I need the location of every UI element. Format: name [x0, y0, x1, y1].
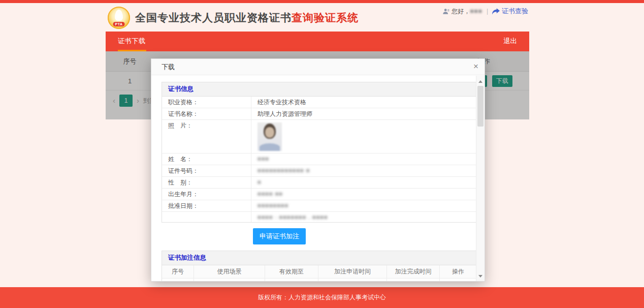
- close-icon[interactable]: ×: [473, 59, 478, 74]
- field-value: ■■■: [251, 153, 476, 165]
- cert-verify-link[interactable]: 证书查验: [492, 7, 528, 16]
- scroll-up-icon[interactable]: [476, 77, 485, 85]
- modal-title: 下载: [162, 63, 175, 71]
- cert-row-region: ■■■■：■■■■■■■，■■■■: [162, 211, 476, 222]
- field-value: 助理人力资源管理师: [251, 108, 476, 119]
- modal-body: 证书信息 职业资格： 经济专业技术资格 证书名称： 助理人力资源管理师 照 片：: [151, 76, 476, 281]
- masked-value: ■■■■■■■■■■■■ ■: [257, 167, 310, 173]
- anno-complete-time: [387, 279, 439, 281]
- cert-row-name: 姓 名： ■■■: [162, 153, 476, 165]
- photo-shoulders-shape: [260, 143, 280, 151]
- user-icon: [442, 8, 449, 15]
- cert-row-id-number: 证件号码： ■■■■■■■■■■■■ ■: [162, 165, 476, 176]
- field-value: ■■■■■■■■: [251, 200, 476, 211]
- annotation-table-row: 1 本人调用 2022-03-16 2021-12-16 10:53:02 证书…: [162, 278, 476, 281]
- tab-cert-download[interactable]: 证书下载: [118, 32, 145, 50]
- logo-flame-icon: [115, 10, 123, 21]
- page-title-accent: 查询验证系统: [292, 12, 359, 23]
- anno-col-seq: 序号: [162, 265, 194, 278]
- page: PTA 全国专业技术人员职业资格证书查询验证系统 您好， ■■■ | 证书查验 …: [0, 0, 644, 308]
- annotation-section-title: 证书加注信息: [162, 251, 476, 265]
- greeting-text: 您好，: [452, 7, 470, 16]
- anno-col-action: 操作: [439, 265, 476, 278]
- site-header: PTA 全国专业技术人员职业资格证书查询验证系统 您好， ■■■ | 证书查验: [106, 3, 529, 32]
- field-value: ■■■■ ■■: [251, 189, 476, 200]
- anno-apply-time: 2021-12-16 10:53:02: [318, 279, 387, 281]
- field-label: 姓 名：: [162, 153, 251, 165]
- field-value: [251, 120, 476, 153]
- field-value: ■: [251, 177, 476, 188]
- share-arrow-icon: [492, 8, 500, 15]
- masked-value: ■: [257, 179, 262, 185]
- field-value: ■■■■■■■■■■■■ ■: [251, 165, 476, 176]
- anno-col-apply-time: 加注申请时间: [318, 265, 387, 278]
- masked-value: ■■■■ ■■: [257, 191, 283, 197]
- cert-row-gender: 性 别： ■: [162, 176, 476, 188]
- footer: 版权所有：人力资源和社会保障部人事考试中心: [0, 287, 644, 308]
- field-label: 批准日期：: [162, 200, 251, 211]
- certificate-photo: [257, 122, 282, 151]
- anno-col-valid-until: 有效期至: [265, 265, 318, 278]
- modal-header: 下载 ×: [151, 59, 485, 75]
- masked-value: ■■■■：■■■■■■■，■■■■: [257, 214, 328, 220]
- anno-seq: 1: [162, 279, 194, 281]
- main-nav: 证书下载 退出: [106, 32, 529, 51]
- pta-logo: PTA: [108, 7, 130, 29]
- masked-value: ■■■: [257, 156, 269, 162]
- field-label: 证件号码：: [162, 165, 251, 176]
- field-label: 出生年月：: [162, 189, 251, 200]
- scroll-down-icon[interactable]: [476, 272, 485, 280]
- anno-valid-until: 2022-03-16: [265, 279, 318, 281]
- page-title-main: 全国专业技术人员职业资格证书: [135, 12, 292, 23]
- cert-row-qualification: 职业资格： 经济专业技术资格: [162, 97, 476, 108]
- cert-row-cert-name: 证书名称： 助理人力资源管理师: [162, 108, 476, 119]
- field-label: 照 片：: [162, 120, 251, 153]
- modal-scrollbar[interactable]: [476, 76, 485, 281]
- logout-button[interactable]: 退出: [503, 32, 517, 50]
- scrollbar-thumb[interactable]: [477, 86, 484, 127]
- field-label: 性 别：: [162, 177, 251, 188]
- cert-row-photo: 照 片：: [162, 119, 476, 153]
- field-label: 证书名称：: [162, 108, 251, 119]
- masked-value: ■■■■■■■■: [257, 202, 288, 208]
- anno-col-complete-time: 加注完成时间: [387, 265, 439, 278]
- anno-action-cell: 证书生成中...: [439, 279, 476, 281]
- annotation-table-header: 序号 使用场景 有效期至 加注申请时间 加注完成时间 操作: [162, 265, 476, 278]
- copyright-text: 版权所有：人力资源和社会保障部人事考试中心: [258, 294, 386, 301]
- cert-row-birth-date: 出生年月： ■■■■ ■■: [162, 188, 476, 200]
- field-label: 职业资格：: [162, 97, 251, 108]
- annotation-table: 序号 使用场景 有效期至 加注申请时间 加注完成时间 操作 1 本人调用 202…: [162, 265, 476, 281]
- userbar-divider: |: [487, 8, 488, 15]
- cert-verify-label: 证书查验: [502, 7, 528, 16]
- cert-info-section-title: 证书信息: [162, 82, 476, 97]
- cert-row-approval-date: 批准日期： ■■■■■■■■: [162, 200, 476, 211]
- page-title: 全国专业技术人员职业资格证书查询验证系统: [135, 11, 359, 25]
- cert-info-table: 职业资格： 经济专业技术资格 证书名称： 助理人力资源管理师 照 片：: [162, 97, 476, 223]
- user-bar: 您好， ■■■ | 证书查验: [442, 7, 528, 16]
- field-value: ■■■■：■■■■■■■，■■■■: [251, 212, 476, 222]
- logo-badge: PTA: [113, 22, 125, 26]
- anno-scene: 本人调用: [194, 279, 265, 281]
- username-masked: ■■■: [470, 8, 482, 15]
- field-label: [162, 212, 251, 222]
- photo-face-shape: [265, 127, 274, 138]
- download-modal: 下载 × 证书信息 职业资格： 经济专业技术资格 证书名称： 助理人力资源管理师…: [151, 58, 485, 282]
- field-value: 经济专业技术资格: [251, 97, 476, 108]
- apply-annotation-button[interactable]: 申请证书加注: [253, 228, 306, 244]
- anno-col-scene: 使用场景: [194, 265, 265, 278]
